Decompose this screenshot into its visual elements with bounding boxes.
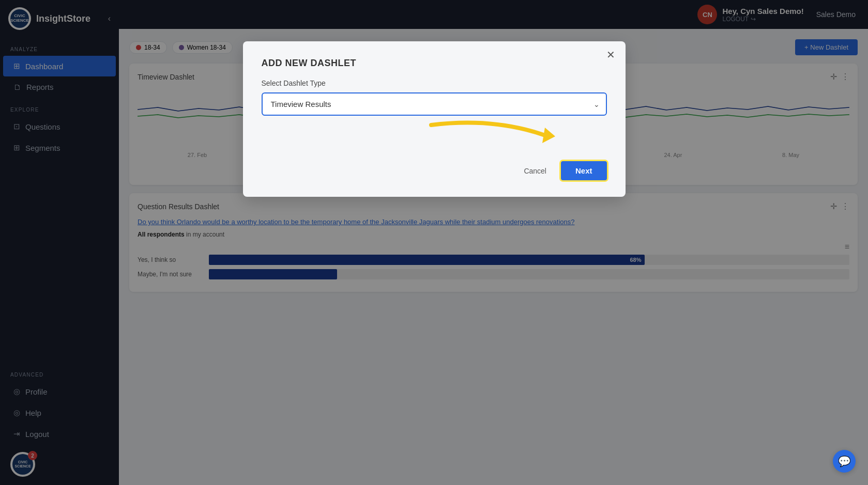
chat-button[interactable]: 💬 [833, 450, 856, 473]
arrow-annotation-area [262, 130, 607, 161]
chat-icon: 💬 [838, 455, 851, 467]
dashlet-type-select[interactable]: Timeview Results Question Results Segmen… [262, 92, 607, 116]
modal-actions: Cancel Next [262, 161, 607, 180]
svg-marker-0 [542, 128, 555, 143]
add-dashlet-modal: ✕ ADD NEW DASHLET Select Dashlet Type Ti… [243, 41, 626, 197]
modal-close-button[interactable]: ✕ [606, 50, 615, 60]
dashlet-type-select-wrap: Timeview Results Question Results Segmen… [262, 92, 607, 116]
modal-title: ADD NEW DASHLET [262, 58, 607, 69]
modal-overlay: ✕ ADD NEW DASHLET Select Dashlet Type Ti… [0, 0, 868, 485]
cancel-button[interactable]: Cancel [515, 163, 555, 179]
next-button[interactable]: Next [561, 161, 607, 180]
dashlet-type-label: Select Dashlet Type [262, 79, 607, 87]
arrow-annotation-svg [410, 115, 576, 156]
